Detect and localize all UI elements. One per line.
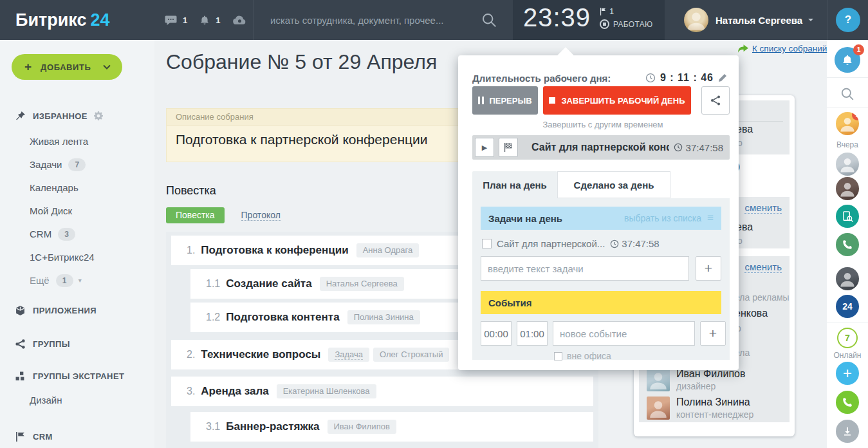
help-button[interactable]: ?	[836, 8, 860, 32]
event-end-input[interactable]	[517, 321, 548, 346]
agenda-row-3-1[interactable]: 3.1 Баннер-растяжка Иван Филипов	[190, 412, 593, 442]
chevron-down-icon	[103, 64, 111, 70]
bell-icon[interactable]	[199, 15, 210, 26]
checkered-flag-icon	[504, 143, 513, 152]
new-event-input[interactable]	[553, 321, 695, 346]
sidebar-section-crm[interactable]: CRM	[0, 429, 154, 444]
global-search[interactable]	[270, 0, 508, 40]
share-button[interactable]	[701, 86, 730, 115]
topbar-divider	[253, 0, 254, 40]
agenda-number: 3.	[187, 386, 195, 397]
play-button[interactable]: ▶	[475, 138, 494, 157]
event-start-input[interactable]	[481, 321, 512, 346]
out-of-office-checkbox[interactable]	[554, 352, 562, 360]
brand-logo[interactable]: Битрикс24	[15, 0, 110, 40]
tab-agenda[interactable]: Повестка	[166, 207, 225, 223]
sidebar-item-design[interactable]: Дизайн	[0, 389, 154, 412]
active-task-title[interactable]: Сайт для партнерской конфер...	[531, 142, 669, 153]
sidebar-item-label: Живая лента	[30, 130, 88, 153]
user-avatar[interactable]	[684, 8, 708, 32]
chat-contact-2[interactable]	[836, 177, 859, 200]
sidebar-item-calendar[interactable]: Календарь	[0, 176, 154, 200]
sidebar-item-crm[interactable]: CRM3	[0, 223, 154, 246]
yesterday-label: Вчера	[827, 140, 868, 149]
plan-task-title[interactable]: Сайт для партнерской...	[497, 238, 605, 249]
assignee-badge: Екатерина Шеленкова	[277, 384, 376, 398]
notifications-button[interactable]: 1	[835, 47, 860, 73]
pause-button[interactable]: ПЕРЕРЫВ	[472, 86, 538, 115]
apps-header-label: ПРИЛОЖЕНИЯ	[33, 306, 97, 315]
online-users-button[interactable]: 7	[837, 328, 858, 348]
task-time-value: 37:47:58	[686, 142, 723, 153]
tab-plan-for-day[interactable]: План на день	[472, 171, 557, 198]
sidebar-section-groups[interactable]: ГРУППЫ	[0, 336, 154, 351]
sidebar-item-more[interactable]: Ещё1▾	[0, 269, 154, 292]
sidebar-section-favorites[interactable]: ИЗБРАННОЕ	[0, 108, 154, 124]
finish-task-button[interactable]	[499, 138, 518, 157]
user-menu[interactable]: Наталья Сергеева	[716, 0, 813, 40]
plan-panel: Задачи на день выбрать из списка ≡ Сайт …	[472, 198, 730, 360]
extranet-header-label: ГРУППЫ ЭКСТРАНЕТ	[33, 371, 124, 381]
chat-count[interactable]: 1	[183, 15, 187, 25]
bitrix24-network-button[interactable]: 24	[836, 295, 859, 318]
notifications-badge: 1	[853, 44, 864, 55]
participant-name[interactable]: Полина Зинина	[676, 397, 753, 408]
to-meetings-list-link[interactable]: К списку собраний	[737, 44, 827, 53]
add-event-button[interactable]: +	[700, 321, 726, 346]
choose-from-list-link[interactable]: выбрать из списка	[624, 213, 701, 223]
search-icon[interactable]	[481, 12, 497, 28]
assignee-badge: Олег Строкатый	[373, 348, 449, 362]
sidebar-item-live-feed[interactable]: Живая лента	[0, 130, 154, 153]
sidebar-section-apps[interactable]: ПРИЛОЖЕНИЯ	[0, 303, 154, 318]
participant-role: дизайнер	[676, 381, 745, 391]
gear-icon[interactable]	[94, 111, 103, 120]
agenda-title: Подготовка к конференции	[201, 244, 348, 257]
change-link[interactable]: сменить	[744, 202, 782, 214]
download-app-button[interactable]	[836, 420, 859, 443]
chat-contact-1[interactable]	[836, 153, 859, 176]
pencil-icon[interactable]	[718, 73, 727, 82]
menu-icon[interactable]: ≡	[707, 212, 714, 225]
clock-icon	[645, 73, 656, 83]
change-link[interactable]: сменить	[744, 261, 782, 273]
tab-protocol[interactable]: Протокол	[241, 210, 281, 221]
finish-other-time-link[interactable]: Завершить с другим временем	[529, 120, 677, 129]
agenda-title: Создание сайта	[226, 277, 311, 290]
cloud-icon[interactable]	[232, 15, 247, 25]
notifications-count[interactable]: 1	[216, 15, 220, 25]
avatar	[647, 368, 670, 391]
clock-icon	[674, 143, 683, 152]
tab-done-for-day[interactable]: Сделано за день	[557, 171, 670, 198]
pin-icon	[15, 111, 25, 121]
add-button[interactable]: + ДОБАВИТЬ	[12, 54, 122, 80]
chat-contact-3[interactable]	[836, 267, 859, 290]
worktime-clock[interactable]: 23:39 1 РАБОТАЮ	[513, 0, 665, 40]
invite-add-button[interactable]: +	[836, 362, 859, 385]
sidebar-item-tasks[interactable]: Задачи7	[0, 153, 154, 176]
participant-row[interactable]: Полина Зинина контент-менеджер	[647, 397, 753, 420]
task-link-badge[interactable]: Задача	[328, 348, 369, 362]
doc-search-button[interactable]	[836, 205, 859, 228]
sidebar-item-my-disk[interactable]: Мой Диск	[0, 200, 154, 223]
rail-search-button[interactable]	[836, 82, 859, 106]
download-icon	[842, 426, 853, 436]
search-icon	[840, 87, 854, 101]
add-task-button[interactable]: +	[696, 256, 721, 281]
new-task-input[interactable]	[481, 256, 689, 281]
chat-contact-marta[interactable]: 1	[836, 112, 859, 135]
call-history-button[interactable]	[836, 233, 859, 256]
sidebar-item-1c-bitrix24[interactable]: 1С+Битрикс24	[0, 246, 154, 269]
search-input[interactable]	[270, 15, 508, 26]
task-checkbox[interactable]	[482, 239, 492, 248]
telephony-button[interactable]	[836, 391, 859, 414]
crm-count-badge: 3	[58, 228, 75, 241]
finish-day-button[interactable]: ЗАВЕРШИТЬ РАБОЧИЙ ДЕНЬ	[543, 86, 691, 115]
chat-icon[interactable]	[165, 15, 177, 26]
bell-icon	[842, 54, 853, 66]
participant-row[interactable]: Иван Филипов дизайнер	[647, 368, 745, 391]
agenda-number: 1.2	[206, 312, 220, 323]
agenda-row-3[interactable]: 3. Аренда зала Екатерина Шеленкова	[171, 377, 593, 406]
clock-time[interactable]: 23:39	[523, 3, 591, 32]
sidebar-section-extranet[interactable]: ГРУППЫ ЭКСТРАНЕТ	[0, 368, 154, 384]
agenda-number: 1.	[187, 245, 195, 256]
